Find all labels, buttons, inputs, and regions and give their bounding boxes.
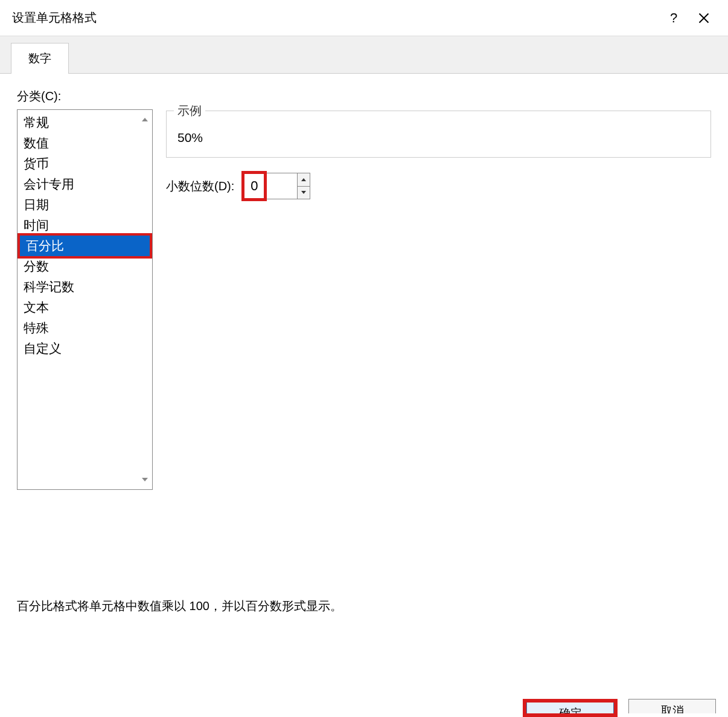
cancel-button[interactable]: 取消 [628, 699, 716, 713]
format-description: 百分比格式将单元格中数值乘以 100，并以百分数形式显示。 [17, 598, 342, 614]
ok-button[interactable]: 确定 [526, 701, 614, 717]
spinner-track [267, 173, 297, 199]
decimal-input-highlight [241, 171, 267, 201]
help-button[interactable]: ? [659, 3, 689, 33]
ok-button-highlight: 确定 [523, 699, 618, 717]
category-item-4[interactable]: 日期 [18, 195, 152, 215]
category-item-3[interactable]: 会计专用 [18, 174, 152, 195]
category-item-11[interactable]: 自定义 [18, 338, 152, 359]
category-listbox[interactable]: 常规数值货币会计专用日期时间百分比分数科学记数文本特殊自定义 [17, 109, 153, 490]
decimal-places-label: 小数位数(D): [166, 178, 234, 195]
decimal-places-input[interactable] [244, 174, 264, 198]
scroll-up-icon[interactable] [139, 112, 151, 127]
spinner-up-button[interactable] [298, 173, 310, 187]
tab-number[interactable]: 数字 [11, 43, 69, 74]
category-item-5[interactable]: 时间 [18, 215, 152, 236]
main-row: 常规数值货币会计专用日期时间百分比分数科学记数文本特殊自定义 示例 50% 小数… [17, 109, 711, 490]
decimal-row: 小数位数(D): [166, 171, 711, 201]
titlebar: 设置单元格格式 ? [0, 0, 728, 36]
spinner-buttons [297, 173, 310, 199]
scroll-down-icon[interactable] [139, 472, 151, 487]
category-item-9[interactable]: 文本 [18, 297, 152, 318]
decimal-spinner [241, 171, 310, 201]
category-item-6[interactable]: 百分比 [18, 233, 152, 259]
tab-strip: 数字 [0, 36, 728, 74]
chevron-up-icon [301, 178, 306, 181]
sample-legend: 示例 [174, 103, 205, 119]
sample-fieldset: 示例 50% [166, 111, 711, 158]
category-item-7[interactable]: 分数 [18, 256, 152, 277]
close-icon [698, 12, 710, 24]
category-item-10[interactable]: 特殊 [18, 318, 152, 338]
close-button[interactable] [689, 3, 719, 33]
dialog-title: 设置单元格格式 [12, 10, 659, 26]
chevron-down-icon [301, 191, 306, 194]
category-label: 分类(C): [17, 88, 711, 104]
right-panel: 示例 50% 小数位数(D): [166, 109, 711, 490]
dialog-buttons: 确定 取消 [523, 699, 716, 717]
category-item-0[interactable]: 常规 [18, 112, 152, 133]
category-item-2[interactable]: 货币 [18, 153, 152, 174]
cancel-button-wrap: 取消 [628, 699, 716, 713]
sample-value: 50% [177, 122, 700, 145]
spinner-down-button[interactable] [298, 187, 310, 199]
category-item-1[interactable]: 数值 [18, 133, 152, 153]
content-area: 分类(C): 常规数值货币会计专用日期时间百分比分数科学记数文本特殊自定义 示例… [0, 74, 728, 717]
category-item-8[interactable]: 科学记数 [18, 277, 152, 297]
